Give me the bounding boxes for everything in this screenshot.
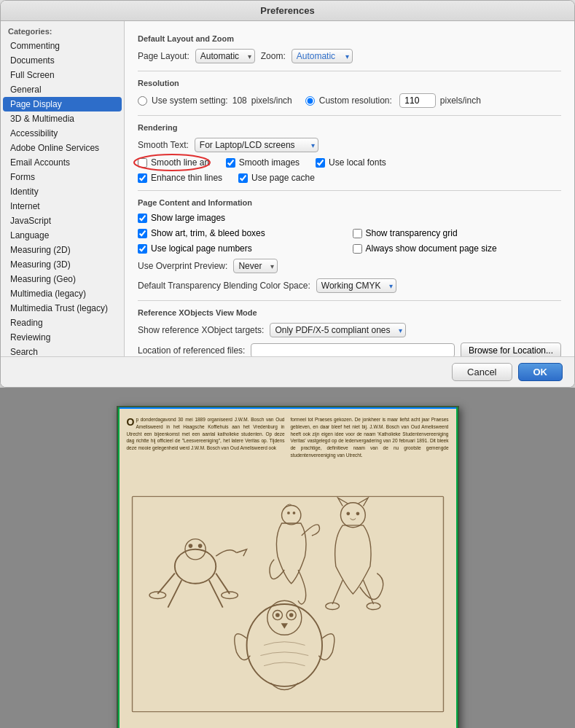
svg-point-28	[292, 512, 295, 514]
pixels-inch-label-1: pixels/inch	[251, 95, 292, 106]
sidebar-item-forms[interactable]: Forms	[3, 170, 122, 184]
sidebar-item-internet[interactable]: Internet	[3, 199, 122, 214]
sidebar-item-language[interactable]: Language	[3, 228, 122, 243]
doc-page: O p donderdagavond 30 mei 1889 organisee…	[117, 406, 459, 728]
show-large-images-group: Show large images	[138, 213, 561, 223]
sidebar-item-measuring-3d[interactable]: Measuring (3D)	[3, 257, 122, 272]
show-reference-select-wrapper: Only PDF/X-5 compliant ones	[270, 323, 406, 337]
sidebar-item-accessibility[interactable]: Accessibility	[3, 126, 122, 141]
smooth-line-art-checkbox[interactable]	[138, 158, 147, 168]
show-art-checkbox[interactable]	[138, 229, 147, 238]
smooth-images-label: Smooth images	[239, 157, 300, 168]
sidebar-item-reviewing[interactable]: Reviewing	[3, 330, 122, 345]
sidebar-item-email-accounts[interactable]: Email Accounts	[3, 155, 122, 170]
smooth-text-dropdown[interactable]: For Laptop/LCD screens	[195, 138, 318, 152]
overprint-dropdown[interactable]: Never	[233, 259, 278, 273]
doc-text-block: O p donderdagavond 30 mei 1889 organisee…	[127, 416, 449, 459]
page-content-section-title: Page Content and Information	[138, 198, 561, 207]
sidebar-item-identity[interactable]: Identity	[3, 184, 122, 199]
sidebar-item-3d-multimedia[interactable]: 3D & Multimedia	[3, 111, 122, 126]
svg-point-27	[287, 512, 290, 514]
sidebar-item-page-display[interactable]: Page Display	[3, 97, 122, 111]
sidebar-item-measuring-2d[interactable]: Measuring (2D)	[3, 243, 122, 257]
dialog-title: Preferences	[260, 5, 314, 16]
sidebar-item-general[interactable]: General	[3, 82, 122, 97]
sidebar-item-documents[interactable]: Documents	[3, 53, 122, 68]
use-local-fonts-label: Use local fonts	[329, 157, 386, 168]
page-content-row1: Show large images	[138, 213, 561, 223]
cancel-button[interactable]: Cancel	[452, 363, 512, 381]
smooth-text-label: Smooth Text:	[138, 140, 189, 150]
sidebar-item-javascript[interactable]: JavaScript	[3, 214, 122, 228]
sidebar-item-adobe-online[interactable]: Adobe Online Services	[3, 141, 122, 155]
sidebar-item-full-screen[interactable]: Full Screen	[3, 68, 122, 82]
svg-point-19	[356, 512, 359, 516]
page-layout-row: Page Layout: Automatic Zoom: Automatic	[138, 49, 561, 63]
svg-point-18	[346, 512, 350, 516]
smooth-images-checkbox[interactable]	[226, 158, 235, 168]
show-large-images-label: Show large images	[151, 213, 225, 223]
doc-col1-text: p donderdagavond 30 mei 1889 organiseerd…	[127, 417, 285, 450]
use-logical-label: Use logical page numbers	[151, 243, 252, 254]
ok-button[interactable]: OK	[518, 363, 563, 381]
show-reference-row: Show reference XObject targets: Only PDF…	[138, 323, 561, 337]
page-content-row3: Use logical page numbers Always show doc…	[138, 243, 561, 254]
sidebar-item-search[interactable]: Search	[3, 345, 122, 356]
show-reference-label: Show reference XObject targets:	[138, 325, 264, 335]
always-show-checkbox[interactable]	[353, 244, 362, 254]
browse-button[interactable]: Browse for Location...	[461, 343, 561, 356]
show-transparency-checkbox[interactable]	[353, 229, 362, 238]
use-local-fonts-group: Use local fonts	[316, 157, 386, 168]
illustration-svg	[127, 488, 449, 721]
preferences-dialog: Preferences Categories: Commenting Docum…	[0, 0, 575, 388]
use-page-cache-checkbox[interactable]	[238, 173, 248, 183]
enhance-thin-lines-checkbox[interactable]	[138, 173, 147, 183]
show-art-label: Show art, trim, & bleed boxes	[151, 228, 265, 238]
custom-res-radio-group: Custom resolution: pixels/inch	[305, 93, 481, 108]
main-content-panel: Default Layout and Zoom Page Layout: Aut…	[125, 21, 574, 356]
location-label: Location of referenced files:	[138, 345, 245, 356]
categories-label: Categories:	[1, 21, 124, 39]
sidebar-item-multimedia-trust[interactable]: Multimedia Trust (legacy)	[3, 301, 122, 316]
resolution-section-title: Resolution	[138, 79, 561, 87]
page-layout-select-wrapper: Automatic	[195, 49, 255, 63]
use-page-cache-group: Use page cache	[238, 173, 315, 183]
custom-dpi-input[interactable]	[399, 93, 436, 108]
custom-resolution-radio[interactable]	[305, 96, 315, 106]
location-input[interactable]	[251, 343, 455, 356]
sidebar-item-measuring-geo[interactable]: Measuring (Geo)	[3, 272, 122, 286]
overlay-top	[118, 407, 458, 409]
system-dpi-value: 108	[232, 95, 247, 106]
sidebar-item-reading[interactable]: Reading	[3, 316, 122, 330]
page-layout-dropdown[interactable]: Automatic	[195, 49, 255, 63]
rendering-section-title: Rendering	[138, 123, 561, 132]
svg-point-24	[275, 613, 280, 617]
page-content-row2: Show art, trim, & bleed boxes Show trans…	[138, 228, 561, 238]
use-system-label: Use system setting:	[152, 95, 228, 106]
show-art-group: Show art, trim, & bleed boxes	[138, 228, 347, 238]
rendering-checkboxes-row2: Enhance thin lines Use page cache	[138, 173, 561, 183]
overprint-select-wrapper: Never	[233, 259, 278, 273]
use-logical-checkbox[interactable]	[138, 244, 147, 254]
reference-section-title: Reference XObjects View Mode	[138, 308, 561, 317]
use-system-radio[interactable]	[138, 96, 147, 106]
zoom-dropdown[interactable]: Automatic	[292, 49, 353, 63]
smooth-line-art-label: Smooth line art	[151, 157, 210, 168]
always-show-group: Always show document page size	[353, 243, 562, 254]
transparency-dropdown[interactable]: Working CMYK	[316, 278, 396, 293]
doc-text-col1: O p donderdagavond 30 mei 1889 organisee…	[127, 416, 285, 459]
use-local-fonts-checkbox[interactable]	[316, 158, 325, 168]
sidebar-item-commenting[interactable]: Commenting	[3, 39, 122, 53]
svg-point-12	[197, 544, 202, 548]
doc-page-inner: O p donderdagavond 30 mei 1889 organisee…	[118, 407, 458, 728]
dialog-footer: Cancel OK	[1, 356, 574, 387]
overlay-right	[456, 407, 458, 728]
dialog-titlebar: Preferences	[1, 1, 574, 21]
sidebar-item-multimedia-legacy[interactable]: Multimedia (legacy)	[3, 286, 122, 301]
enhance-thin-lines-group: Enhance thin lines	[138, 173, 222, 183]
blending-row: Default Transparency Blending Color Spac…	[138, 278, 561, 293]
show-transparency-label: Show transparency grid	[366, 228, 458, 238]
show-large-images-checkbox[interactable]	[138, 214, 147, 223]
doc-col2-text: formeel tot Praeses gekozen. De jonkheer…	[291, 417, 449, 458]
show-reference-dropdown[interactable]: Only PDF/X-5 compliant ones	[270, 323, 406, 337]
